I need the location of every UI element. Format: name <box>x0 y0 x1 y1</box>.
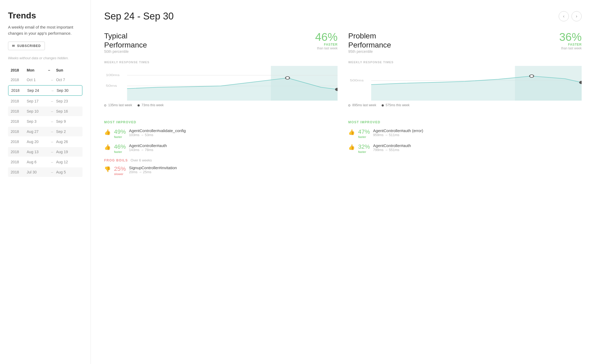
problem-perf-faster: FASTER <box>559 43 582 46</box>
week-rows: 2018 Oct 1 – Oct 7 2018 Sep 24 – Sep 30 … <box>8 75 83 177</box>
svg-point-7 <box>335 88 338 91</box>
typical-sections: MOST IMPROVED 👍 49% faster AgentControll… <box>104 120 338 180</box>
svg-point-6 <box>285 77 290 79</box>
thumbdown-icon-1: 👎 <box>104 166 111 172</box>
week-sun: Aug 19 <box>56 150 77 154</box>
problem-item-2-percent: 32% <box>358 143 370 150</box>
week-dash: – <box>48 160 56 164</box>
typical-item-2-name: AgentController#auth <box>129 143 167 148</box>
week-dash: – <box>48 78 56 82</box>
week-row[interactable]: 2018 Aug 6 – Aug 12 <box>8 157 83 167</box>
legend-dot-filled <box>138 104 140 106</box>
typical-improved-item-2: 👍 46% faster AgentController#auth 143ms … <box>104 143 338 153</box>
week-year: 2018 <box>11 129 27 134</box>
dash-col-header: – <box>48 68 56 72</box>
week-row[interactable]: 2018 Aug 20 – Aug 26 <box>8 137 83 147</box>
week-sun: Sep 9 <box>56 119 77 124</box>
next-arrow-button[interactable]: › <box>571 11 582 21</box>
week-mon: Aug 6 <box>27 160 48 164</box>
week-dash: – <box>48 109 56 113</box>
typical-perf-header: TypicalPerformance 50th percentile 46% F… <box>104 31 338 58</box>
week-sun: Aug 5 <box>56 170 77 174</box>
typical-item-1-percent: 49% <box>114 128 126 135</box>
typical-perf-faster: FASTER <box>315 43 338 46</box>
problem-item-1-timing: 959ms → 511ms <box>373 133 423 137</box>
week-dash: – <box>48 150 56 154</box>
problem-performance-card: ProblemPerformance 95th percentile 36% F… <box>348 31 582 107</box>
typical-item-1-info: AgentController#validate_config 103ms → … <box>129 128 186 137</box>
week-mon: Aug 13 <box>27 150 48 154</box>
svg-text:100ms: 100ms <box>106 73 120 77</box>
typical-chart-svg: 100ms 50ms <box>104 66 338 101</box>
frog-item-1-name: SignupController#invitation <box>129 165 177 170</box>
problem-perf-title: ProblemPerformance <box>348 31 391 49</box>
typical-item-2-meta: 46% faster <box>114 143 126 153</box>
thumbup-icon-3: 👍 <box>348 129 355 135</box>
typical-performance-card: TypicalPerformance 50th percentile 46% F… <box>104 31 338 107</box>
typical-improved-item-1: 👍 49% faster AgentController#validate_co… <box>104 128 338 139</box>
subscribe-button[interactable]: ✉ SUBSCRIBED <box>8 42 45 50</box>
typical-perf-title: TypicalPerformance <box>104 31 147 49</box>
week-mon: Aug 27 <box>27 129 48 134</box>
thumbup-icon-4: 👍 <box>348 144 355 150</box>
problem-legend-dot-empty <box>348 104 350 106</box>
frog-item-1: 👎 25% slower SignupController#invitation… <box>104 165 338 176</box>
problem-legend-dot-filled <box>382 104 384 106</box>
typical-item-2-label: faster <box>114 150 126 153</box>
sidebar: Trends A weekly email of the most import… <box>0 0 91 364</box>
problem-item-1-label: faster <box>358 135 370 139</box>
main-header: Sep 24 - Sep 30 ‹ › <box>104 11 582 22</box>
problem-item-1-info: AgentController#auth (error) 959ms → 511… <box>373 128 423 137</box>
week-row[interactable]: 2018 Oct 1 – Oct 7 <box>8 75 83 85</box>
sidebar-note: Weeks without data or changes hidden. <box>8 56 83 60</box>
week-row[interactable]: 2018 Jul 30 – Aug 5 <box>8 167 83 177</box>
problem-perf-than: than last week <box>559 46 582 50</box>
typical-chart-legend: 135ms last week 73ms this week <box>104 103 338 107</box>
typical-perf-stats: 46% FASTER than last week <box>315 31 338 50</box>
email-icon: ✉ <box>12 44 15 48</box>
year-col-header: 2018 <box>11 68 27 72</box>
week-sun: Sep 30 <box>57 88 78 93</box>
week-row[interactable]: 2018 Sep 3 – Sep 9 <box>8 117 83 126</box>
week-year: 2018 <box>11 140 27 144</box>
week-year: 2018 <box>11 170 27 174</box>
week-dash: – <box>48 170 56 174</box>
week-row[interactable]: 2018 Aug 27 – Sep 2 <box>8 127 83 136</box>
typical-legend-last: 135ms last week <box>104 103 132 107</box>
week-dash: – <box>48 99 56 103</box>
week-row[interactable]: 2018 Sep 10 – Sep 16 <box>8 106 83 116</box>
week-sun: Sep 2 <box>56 129 77 134</box>
problem-item-2-meta: 32% faster <box>358 143 370 153</box>
week-year: 2018 <box>11 119 27 124</box>
week-row[interactable]: 2018 Sep 17 – Sep 23 <box>8 96 83 106</box>
typical-legend-this: 73ms this week <box>138 103 164 107</box>
prev-arrow-button[interactable]: ‹ <box>559 11 569 21</box>
problem-sections: MOST IMPROVED 👍 47% faster AgentControll… <box>348 120 582 180</box>
week-mon: Sep 3 <box>27 119 48 124</box>
typical-item-2-percent: 46% <box>114 143 126 150</box>
week-sun: Oct 7 <box>56 78 77 82</box>
week-mon: Sep 24 <box>27 88 49 93</box>
performance-row: TypicalPerformance 50th percentile 46% F… <box>104 31 582 107</box>
sidebar-title: Trends <box>8 11 83 21</box>
problem-legend-last: 895ms last week <box>348 103 376 107</box>
frog-boils-subtitle: Over 6 weeks <box>131 158 152 162</box>
sun-col-header: Sun <box>56 68 77 72</box>
legend-dot-empty <box>104 104 106 106</box>
frog-item-1-meta: 25% slower <box>114 165 126 176</box>
week-mon: Sep 17 <box>27 99 48 103</box>
typical-chart-label: WEEKLY RESPONSE TIMES <box>104 61 338 64</box>
week-dash: – <box>48 129 56 134</box>
problem-item-2-timing: 799ms → 551ms <box>373 148 411 152</box>
frog-boils-header: FROG BOILS Over 6 weeks <box>104 158 338 162</box>
frog-boils-title: FROG BOILS <box>104 159 128 162</box>
typical-item-2-timing: 143ms → 78ms <box>129 148 167 152</box>
week-dash: – <box>48 119 56 124</box>
week-dash: – <box>48 140 56 144</box>
date-range-title: Sep 24 - Sep 30 <box>104 11 174 22</box>
typical-item-1-label: faster <box>114 135 126 139</box>
week-row[interactable]: 2018 Aug 13 – Aug 19 <box>8 147 83 157</box>
week-row[interactable]: 2018 Sep 24 – Sep 30 <box>8 85 83 96</box>
nav-arrows: ‹ › <box>559 11 582 21</box>
week-year: 2018 <box>11 150 27 154</box>
